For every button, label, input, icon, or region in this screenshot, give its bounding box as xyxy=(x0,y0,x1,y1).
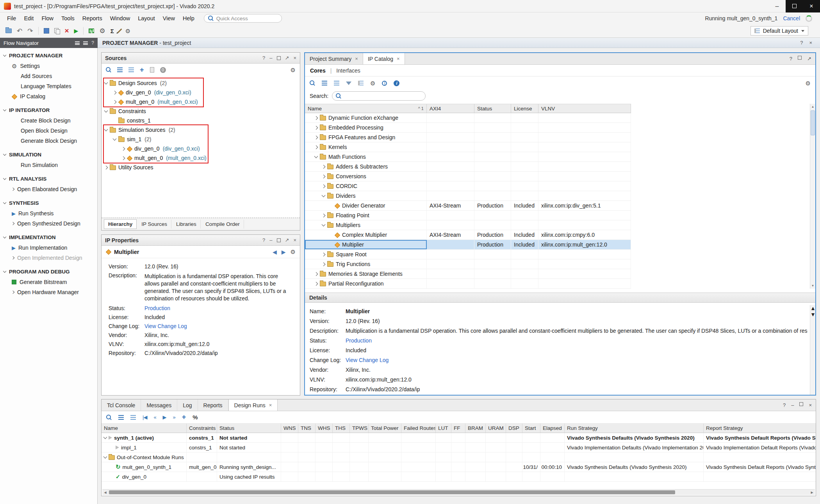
catalog-row-multiplier[interactable]: MultiplierProductionIncludedxilinx.com:i… xyxy=(305,240,631,250)
chevron-right-icon[interactable] xyxy=(322,262,326,266)
nav-section-simulation[interactable]: SIMULATION xyxy=(0,149,97,160)
nav-item-settings[interactable]: ⚙Settings xyxy=(0,61,97,71)
sources-tab-hierarchy[interactable]: Hierarchy xyxy=(104,219,137,229)
tree-item-mult-gen-0[interactable]: mult_gen_0 (mult_gen_0.xci) xyxy=(102,97,300,106)
search-icon[interactable] xyxy=(106,415,112,420)
gear-icon[interactable]: ⚙ xyxy=(291,249,296,255)
save-icon[interactable] xyxy=(44,28,49,34)
nav-section-ip-integrator[interactable]: IP INTEGRATOR xyxy=(0,105,97,115)
column-header-status[interactable]: Status xyxy=(474,104,511,113)
catalog-row-partial-reconfiguration[interactable]: Partial Reconfiguration xyxy=(305,279,631,289)
nav-section-rtl-analysis[interactable]: RTL ANALYSIS xyxy=(0,174,97,184)
tree-item-utility-sources[interactable]: Utility Sources xyxy=(102,163,300,172)
tree-item-div-gen-0[interactable]: div_gen_0 (div_gen_0.xci) xyxy=(102,144,300,153)
gear-icon[interactable]: ⚙ xyxy=(291,67,296,73)
chevron-right-icon[interactable] xyxy=(314,145,318,149)
details-scrollbar[interactable]: ▲ ▼ xyxy=(810,305,815,395)
help-icon[interactable]: ? xyxy=(262,237,265,243)
catalog-row-fpga-features-and-design[interactable]: FPGA Features and Design xyxy=(305,133,631,142)
wrench-icon[interactable]: ⚙ xyxy=(370,80,375,86)
goto-start-icon[interactable]: |◀ xyxy=(143,414,147,420)
scroll-down-icon[interactable]: ▼ xyxy=(810,311,815,318)
nav-section-synthesis[interactable]: SYNTHESIS xyxy=(0,198,97,208)
undo-icon[interactable]: ↶ xyxy=(17,27,22,35)
sum-icon[interactable]: Σ xyxy=(111,28,114,34)
column-header-tns[interactable]: TNS xyxy=(298,424,316,433)
catalog-row-complex-multiplier[interactable]: Complex MultiplierAXI4-StreamProductionI… xyxy=(305,230,631,240)
scroll-right-icon[interactable]: ▶ xyxy=(809,490,815,495)
minimize-icon[interactable]: – xyxy=(269,237,272,243)
nav-item-ip-catalog[interactable]: IP Catalog xyxy=(0,91,97,101)
scrollbar-thumb[interactable] xyxy=(811,110,815,135)
run-row-out-of-context-module-runs[interactable]: Out-of-Context Module Runs xyxy=(102,453,816,462)
catalog-row-embedded-processing[interactable]: Embedded Processing xyxy=(305,123,631,133)
quick-access-search[interactable]: Quick Access xyxy=(204,14,282,23)
run-row-synth-1-active[interactable]: synth_1 (active)constrs_1Not startedViva… xyxy=(102,433,816,443)
catalog-row-adders-subtracters[interactable]: Adders & Subtracters xyxy=(305,162,631,172)
info-icon[interactable]: i xyxy=(394,80,399,86)
column-header-total-power[interactable]: Total Power xyxy=(369,424,401,433)
chevron-right-icon[interactable] xyxy=(121,156,125,160)
run-icon[interactable]: ▶ xyxy=(74,28,78,34)
cancel-link[interactable]: Cancel xyxy=(783,15,800,21)
catalog-row-floating-point[interactable]: Floating Point xyxy=(305,211,631,220)
chevron-right-icon[interactable] xyxy=(314,126,318,130)
bottom-tab-tcl-console[interactable]: Tcl Console xyxy=(102,399,141,411)
collapse-all-icon[interactable] xyxy=(117,67,123,72)
nav-item-open-elaborated-design[interactable]: Open Elaborated Design xyxy=(0,184,97,194)
column-header-name[interactable]: Name^ 1 xyxy=(305,104,427,113)
play-icon[interactable]: ▶ xyxy=(163,414,166,420)
column-header-dsp[interactable]: DSP xyxy=(506,424,522,433)
tab-ip-catalog[interactable]: IP Catalog× xyxy=(363,53,405,64)
tree-item-design-sources[interactable]: Design Sources (2) xyxy=(102,78,300,88)
menu-edit[interactable]: Edit xyxy=(20,14,37,23)
collapse-all-icon[interactable] xyxy=(322,81,327,85)
chevron-right-icon[interactable] xyxy=(121,147,125,151)
run-row-div-gen-0[interactable]: ✓div_gen_0Using cached IP results xyxy=(102,472,816,482)
chevron-right-icon[interactable] xyxy=(322,165,326,169)
close-icon[interactable]: × xyxy=(809,40,812,46)
bottom-tab-design-runs[interactable]: Design Runs× xyxy=(228,399,278,411)
flow-nav-help-icon[interactable]: ? xyxy=(91,40,94,46)
nav-item-language-templates[interactable]: Language Templates xyxy=(0,81,97,91)
run-row-mult-gen-0-synth-1[interactable]: ↻mult_gen_0_synth_1mult_gen_0Running syn… xyxy=(102,462,816,472)
chevron-right-icon[interactable] xyxy=(314,282,318,286)
back-arrow-icon[interactable]: ◀ xyxy=(273,249,277,255)
detail-value[interactable]: View Change Log xyxy=(346,357,389,363)
chevron-down-icon[interactable] xyxy=(104,81,108,85)
sources-tab-compile-order[interactable]: Compile Order xyxy=(201,220,244,229)
catalog-row-kernels[interactable]: Kernels xyxy=(305,142,631,152)
sources-panel-header[interactable]: Sources ?–↗× xyxy=(102,53,300,64)
column-header-vlnv[interactable]: VLNV xyxy=(538,104,631,113)
bottom-tab-messages[interactable]: Messages xyxy=(141,399,177,411)
expand-all-icon[interactable] xyxy=(130,415,136,420)
nav-section-implementation[interactable]: IMPLEMENTATION xyxy=(0,232,97,243)
catalog-row-conversions[interactable]: Conversions xyxy=(305,172,631,181)
column-header-elapsed[interactable]: Elapsed xyxy=(540,424,565,433)
nav-item-run-synthesis[interactable]: ▶Run Synthesis xyxy=(0,208,97,218)
layout-selector[interactable]: Default Layout xyxy=(750,26,808,35)
column-header-uram[interactable]: URAM xyxy=(486,424,506,433)
tree-item-constraints[interactable]: Constraints xyxy=(102,106,300,116)
nav-section-project-manager[interactable]: PROJECT MANAGER xyxy=(0,50,97,61)
column-header-failed-routes[interactable]: Failed Routes xyxy=(401,424,436,433)
column-header-lut[interactable]: LUT xyxy=(436,424,451,433)
tree-item-mult-gen-0[interactable]: mult_gen_0 (mult_gen_0.xci) xyxy=(102,153,300,163)
nav-item-run-simulation[interactable]: Run Simulation xyxy=(0,160,97,170)
chevron-right-icon[interactable] xyxy=(322,184,326,188)
column-header-license[interactable]: License xyxy=(511,104,538,113)
configure-icon[interactable]: ⚙ xyxy=(125,28,130,34)
property-value[interactable]: Production xyxy=(144,305,170,311)
menu-view[interactable]: View xyxy=(159,14,179,23)
float-icon[interactable] xyxy=(798,56,802,60)
scroll-up-icon[interactable]: ▲ xyxy=(810,104,815,110)
chevron-right-icon[interactable] xyxy=(113,91,117,94)
run-row-impl-1[interactable]: impl_1constrs_1Not startedVivado Impleme… xyxy=(102,443,816,453)
subtab-interfaces[interactable]: Interfaces xyxy=(336,67,360,74)
column-header-ths[interactable]: THS xyxy=(333,424,350,433)
nav-section-program-and-debug[interactable]: PROGRAM AND DEBUG xyxy=(0,266,97,277)
catalog-row-memories-storage-elements[interactable]: Memories & Storage Elements xyxy=(305,269,631,279)
menu-tools[interactable]: Tools xyxy=(57,14,78,23)
chevron-right-icon[interactable] xyxy=(322,213,326,217)
bottom-tab-reports[interactable]: Reports xyxy=(198,399,228,411)
